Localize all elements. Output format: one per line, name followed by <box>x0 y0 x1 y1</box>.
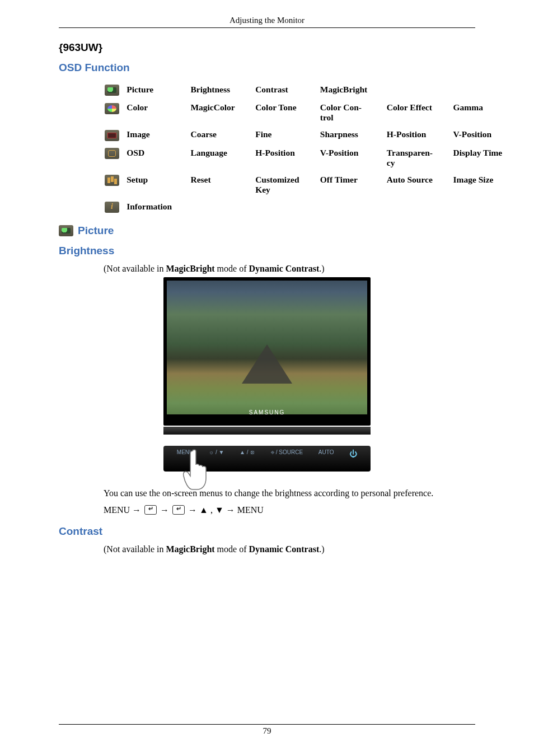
image-icon <box>105 130 119 141</box>
picture-section-heading: Picture <box>59 225 475 237</box>
contrast-note: (Not available in MagicBright mode of Dy… <box>104 544 475 554</box>
brightness-note: (Not available in MagicBright mode of Dy… <box>104 264 475 274</box>
osd-function-heading: OSD Function <box>59 62 475 74</box>
table-row: Color MagicColor Color Tone Color Con- t… <box>105 100 519 125</box>
hand-pointer-icon <box>180 448 216 493</box>
enter-key-icon <box>172 505 185 515</box>
table-row: Image Coarse Fine Sharpness H-Position V… <box>105 127 519 143</box>
monitor-preview-image <box>163 277 371 426</box>
picture-icon <box>59 225 73 236</box>
enter-key-icon <box>144 505 157 515</box>
monitor-button-strip: MENU ☼ / ▼ ▲ / ⦻ ⎆ / SOURCE AUTO ⏻ <box>163 446 371 472</box>
setup-icon <box>105 175 119 186</box>
row-label: Setup <box>127 172 189 198</box>
running-head: Adjusting the Monitor <box>59 16 475 28</box>
row-label: Color <box>127 100 189 125</box>
page: Adjusting the Monitor {963UW} OSD Functi… <box>0 0 534 756</box>
row-label: Image <box>127 127 189 143</box>
volume-button-label: ▲ / ⦻ <box>240 449 255 455</box>
page-number: 79 <box>263 726 271 735</box>
picture-icon <box>105 85 119 96</box>
auto-button-label: AUTO <box>318 449 334 455</box>
row-label: OSD <box>127 145 189 171</box>
table-row: Setup Reset Customized Key Off Timer Aut… <box>105 172 519 198</box>
brightness-description: You can use the on-screen menus to chang… <box>104 488 475 498</box>
brightness-heading: Brightness <box>59 245 475 257</box>
row-label: Information <box>127 199 189 216</box>
monitor-bezel <box>163 427 371 435</box>
source-button-label: ⎆ / SOURCE <box>271 449 303 455</box>
model-heading: {963UW} <box>59 41 475 54</box>
menu-navigation-path: MENU → → → ▲ , ▼ → MENU <box>104 505 475 515</box>
row-label: Picture <box>127 82 189 99</box>
contrast-heading: Contrast <box>59 525 475 538</box>
page-footer: 79 <box>59 724 475 736</box>
info-icon <box>105 202 119 213</box>
power-icon: ⏻ <box>349 449 357 458</box>
table-row: Picture Brightness Contrast MagicBright <box>105 82 519 99</box>
osd-icon <box>105 148 119 159</box>
table-row: OSD Language H-Position V-Position Trans… <box>105 145 519 171</box>
osd-function-table: Picture Brightness Contrast MagicBright … <box>104 81 520 217</box>
color-icon <box>105 103 119 114</box>
table-row: Information <box>105 199 519 216</box>
